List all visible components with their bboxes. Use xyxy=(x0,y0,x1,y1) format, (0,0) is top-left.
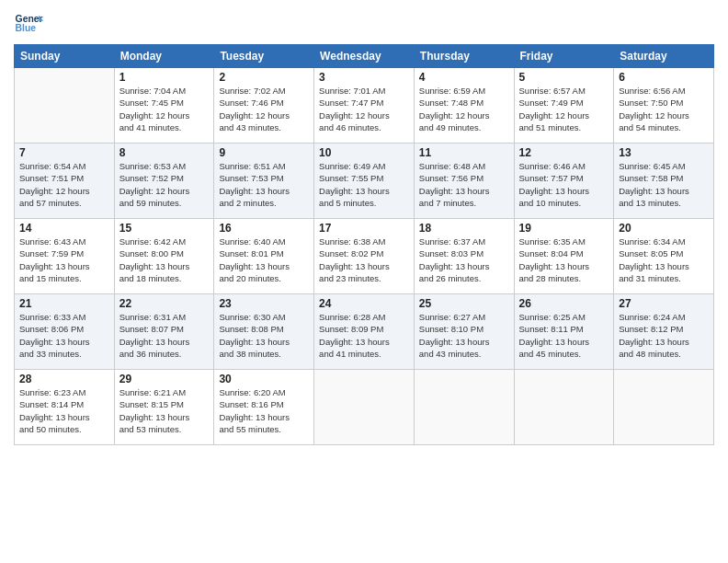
day-info: Sunrise: 6:40 AM Sunset: 8:01 PM Dayligh… xyxy=(219,236,309,284)
day-number: 27 xyxy=(619,297,709,310)
calendar-cell xyxy=(314,370,415,445)
day-number: 18 xyxy=(419,222,509,235)
day-info: Sunrise: 6:49 AM Sunset: 7:55 PM Dayligh… xyxy=(319,160,409,209)
day-info: Sunrise: 6:24 AM Sunset: 8:12 PM Dayligh… xyxy=(619,311,709,360)
page-header: General Blue xyxy=(14,9,714,39)
day-number: 23 xyxy=(219,297,309,310)
day-info: Sunrise: 6:57 AM Sunset: 7:49 PM Dayligh… xyxy=(519,85,609,133)
day-info: Sunrise: 6:56 AM Sunset: 7:50 PM Dayligh… xyxy=(619,85,709,133)
day-info: Sunrise: 6:27 AM Sunset: 8:10 PM Dayligh… xyxy=(419,311,509,360)
day-number: 26 xyxy=(519,297,609,310)
calendar-week-row: 7Sunrise: 6:54 AM Sunset: 7:51 PM Daylig… xyxy=(15,144,714,219)
day-info: Sunrise: 6:51 AM Sunset: 7:53 PM Dayligh… xyxy=(219,160,309,209)
calendar-cell: 24Sunrise: 6:28 AM Sunset: 8:09 PM Dayli… xyxy=(314,294,415,370)
logo: General Blue xyxy=(14,9,43,39)
day-number: 5 xyxy=(519,71,609,84)
day-info: Sunrise: 6:46 AM Sunset: 7:57 PM Dayligh… xyxy=(519,160,609,209)
calendar-cell: 8Sunrise: 6:53 AM Sunset: 7:52 PM Daylig… xyxy=(114,144,214,219)
day-number: 2 xyxy=(219,71,309,84)
calendar-cell: 6Sunrise: 6:56 AM Sunset: 7:50 PM Daylig… xyxy=(614,68,714,144)
day-number: 9 xyxy=(219,146,309,159)
header-tuesday: Tuesday xyxy=(214,45,314,68)
day-info: Sunrise: 6:25 AM Sunset: 8:11 PM Dayligh… xyxy=(519,311,609,360)
calendar-week-row: 21Sunrise: 6:33 AM Sunset: 8:06 PM Dayli… xyxy=(15,294,714,370)
calendar-cell xyxy=(614,370,714,445)
calendar-cell: 9Sunrise: 6:51 AM Sunset: 7:53 PM Daylig… xyxy=(214,144,314,219)
day-number: 10 xyxy=(319,146,409,159)
header-sunday: Sunday xyxy=(15,45,115,68)
calendar-cell: 17Sunrise: 6:38 AM Sunset: 8:02 PM Dayli… xyxy=(314,219,415,294)
calendar-cell: 7Sunrise: 6:54 AM Sunset: 7:51 PM Daylig… xyxy=(15,144,115,219)
logo-icon: General Blue xyxy=(14,9,43,39)
calendar-cell xyxy=(15,68,115,144)
calendar-cell: 15Sunrise: 6:42 AM Sunset: 8:00 PM Dayli… xyxy=(114,219,214,294)
calendar-cell: 22Sunrise: 6:31 AM Sunset: 8:07 PM Dayli… xyxy=(114,294,214,370)
day-info: Sunrise: 6:28 AM Sunset: 8:09 PM Dayligh… xyxy=(319,311,409,360)
calendar-cell: 16Sunrise: 6:40 AM Sunset: 8:01 PM Dayli… xyxy=(214,219,314,294)
day-info: Sunrise: 6:45 AM Sunset: 7:58 PM Dayligh… xyxy=(619,160,709,209)
day-number: 8 xyxy=(119,146,210,159)
day-number: 22 xyxy=(119,297,210,310)
day-info: Sunrise: 6:30 AM Sunset: 8:08 PM Dayligh… xyxy=(219,311,309,360)
day-info: Sunrise: 6:33 AM Sunset: 8:06 PM Dayligh… xyxy=(19,311,109,360)
calendar-cell: 12Sunrise: 6:46 AM Sunset: 7:57 PM Dayli… xyxy=(514,144,614,219)
day-info: Sunrise: 6:31 AM Sunset: 8:07 PM Dayligh… xyxy=(119,311,210,360)
day-number: 4 xyxy=(419,71,509,84)
day-number: 11 xyxy=(419,146,509,159)
day-info: Sunrise: 6:54 AM Sunset: 7:51 PM Dayligh… xyxy=(19,160,109,209)
calendar-cell: 20Sunrise: 6:34 AM Sunset: 8:05 PM Dayli… xyxy=(614,219,714,294)
day-info: Sunrise: 7:02 AM Sunset: 7:46 PM Dayligh… xyxy=(219,85,309,133)
day-info: Sunrise: 6:43 AM Sunset: 7:59 PM Dayligh… xyxy=(19,236,109,284)
calendar-cell: 28Sunrise: 6:23 AM Sunset: 8:14 PM Dayli… xyxy=(15,370,115,445)
calendar-week-row: 1Sunrise: 7:04 AM Sunset: 7:45 PM Daylig… xyxy=(15,68,714,144)
calendar-cell: 1Sunrise: 7:04 AM Sunset: 7:45 PM Daylig… xyxy=(114,68,214,144)
day-number: 13 xyxy=(619,146,709,159)
calendar-cell: 2Sunrise: 7:02 AM Sunset: 7:46 PM Daylig… xyxy=(214,68,314,144)
day-info: Sunrise: 6:37 AM Sunset: 8:03 PM Dayligh… xyxy=(419,236,509,284)
day-number: 28 xyxy=(19,373,109,385)
calendar-week-row: 28Sunrise: 6:23 AM Sunset: 8:14 PM Dayli… xyxy=(15,370,714,445)
header-thursday: Thursday xyxy=(414,45,514,68)
day-number: 1 xyxy=(119,71,210,84)
calendar-cell: 19Sunrise: 6:35 AM Sunset: 8:04 PM Dayli… xyxy=(514,219,614,294)
day-info: Sunrise: 6:20 AM Sunset: 8:16 PM Dayligh… xyxy=(219,386,309,435)
calendar-cell: 14Sunrise: 6:43 AM Sunset: 7:59 PM Dayli… xyxy=(15,219,115,294)
day-number: 16 xyxy=(219,222,309,235)
day-info: Sunrise: 7:04 AM Sunset: 7:45 PM Dayligh… xyxy=(119,85,210,133)
header-saturday: Saturday xyxy=(614,45,714,68)
day-number: 3 xyxy=(319,71,409,84)
calendar-cell: 3Sunrise: 7:01 AM Sunset: 7:47 PM Daylig… xyxy=(314,68,415,144)
day-info: Sunrise: 6:35 AM Sunset: 8:04 PM Dayligh… xyxy=(519,236,609,284)
calendar-cell: 18Sunrise: 6:37 AM Sunset: 8:03 PM Dayli… xyxy=(414,219,514,294)
day-number: 29 xyxy=(119,373,210,385)
header-wednesday: Wednesday xyxy=(314,45,415,68)
day-number: 21 xyxy=(19,297,109,310)
day-info: Sunrise: 7:01 AM Sunset: 7:47 PM Dayligh… xyxy=(319,85,409,133)
day-info: Sunrise: 6:53 AM Sunset: 7:52 PM Dayligh… xyxy=(119,160,210,209)
day-number: 14 xyxy=(19,222,109,235)
day-info: Sunrise: 6:21 AM Sunset: 8:15 PM Dayligh… xyxy=(119,386,210,435)
day-number: 12 xyxy=(519,146,609,159)
calendar-cell: 30Sunrise: 6:20 AM Sunset: 8:16 PM Dayli… xyxy=(214,370,314,445)
calendar-cell: 26Sunrise: 6:25 AM Sunset: 8:11 PM Dayli… xyxy=(514,294,614,370)
weekday-header-row: Sunday Monday Tuesday Wednesday Thursday… xyxy=(15,45,714,68)
calendar-cell: 25Sunrise: 6:27 AM Sunset: 8:10 PM Dayli… xyxy=(414,294,514,370)
day-info: Sunrise: 6:34 AM Sunset: 8:05 PM Dayligh… xyxy=(619,236,709,284)
header-friday: Friday xyxy=(514,45,614,68)
calendar-cell: 29Sunrise: 6:21 AM Sunset: 8:15 PM Dayli… xyxy=(114,370,214,445)
calendar-week-row: 14Sunrise: 6:43 AM Sunset: 7:59 PM Dayli… xyxy=(15,219,714,294)
calendar-cell: 10Sunrise: 6:49 AM Sunset: 7:55 PM Dayli… xyxy=(314,144,415,219)
day-info: Sunrise: 6:42 AM Sunset: 8:00 PM Dayligh… xyxy=(119,236,210,284)
day-number: 24 xyxy=(319,297,409,310)
day-number: 7 xyxy=(19,146,109,159)
day-info: Sunrise: 6:23 AM Sunset: 8:14 PM Dayligh… xyxy=(19,386,109,435)
day-info: Sunrise: 6:59 AM Sunset: 7:48 PM Dayligh… xyxy=(419,85,509,133)
calendar-cell: 21Sunrise: 6:33 AM Sunset: 8:06 PM Dayli… xyxy=(15,294,115,370)
day-number: 17 xyxy=(319,222,409,235)
calendar-cell: 23Sunrise: 6:30 AM Sunset: 8:08 PM Dayli… xyxy=(214,294,314,370)
calendar-cell xyxy=(514,370,614,445)
day-number: 19 xyxy=(519,222,609,235)
svg-text:Blue: Blue xyxy=(16,23,37,33)
calendar-cell: 11Sunrise: 6:48 AM Sunset: 7:56 PM Dayli… xyxy=(414,144,514,219)
calendar-table: Sunday Monday Tuesday Wednesday Thursday… xyxy=(14,44,714,445)
